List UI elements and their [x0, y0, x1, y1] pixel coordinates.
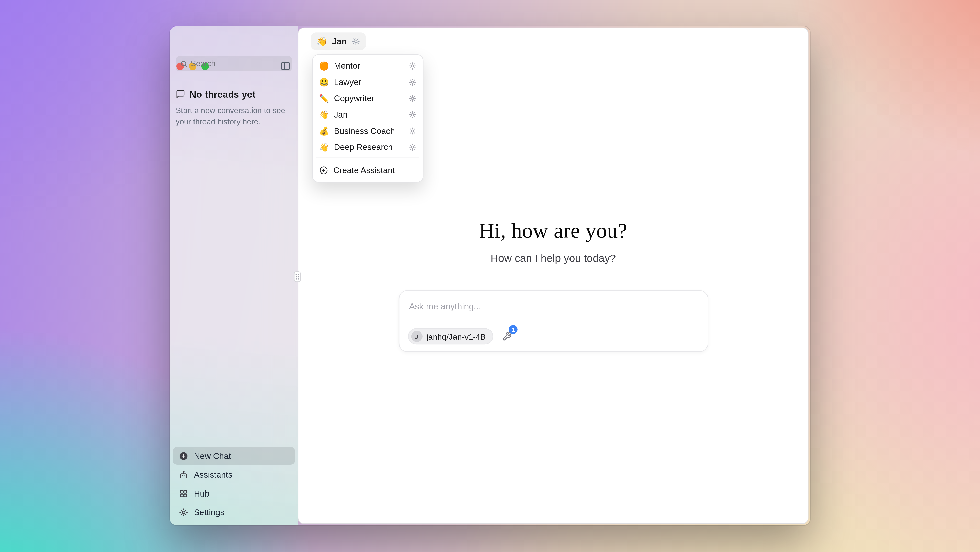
empty-state-title: No threads yet — [189, 89, 255, 99]
assistant-emoji: 🟠 — [319, 62, 329, 70]
nav-label: Hub — [194, 488, 209, 498]
sidebar-item-hub[interactable]: Hub — [173, 485, 295, 502]
assistant-menu-item-deep-research[interactable]: 👋 Deep Research — [315, 139, 420, 155]
assistant-settings-icon[interactable] — [409, 110, 417, 119]
create-assistant-button[interactable]: Create Assistant — [315, 161, 420, 180]
model-name: janhq/Jan-v1-4B — [426, 332, 486, 341]
welcome-subtitle: How can I help you today? — [298, 253, 808, 265]
tools-button[interactable]: 1 — [502, 331, 512, 341]
gear-icon[interactable] — [351, 37, 360, 46]
plus-circle-outline-icon — [319, 165, 328, 175]
assistant-menu-item-jan[interactable]: 👋 Jan — [315, 106, 420, 122]
empty-state-description: Start a new conversation to see your thr… — [176, 105, 290, 128]
assistant-emoji: 👋 — [319, 110, 329, 119]
sidebar-item-assistants[interactable]: Assistants — [173, 466, 295, 484]
nav-label: Assistants — [194, 470, 232, 479]
assistant-menu-item-lawyer[interactable]: 🤐 Lawyer — [315, 74, 420, 90]
chat-panel: 👋 Jan 🟠 Mentor — [298, 28, 809, 524]
desktop-background: No threads yet Start a new conversation … — [0, 0, 980, 552]
menu-divider — [317, 157, 419, 158]
assistant-settings-icon[interactable] — [409, 94, 417, 102]
tools-count-badge: 1 — [509, 325, 518, 334]
gear-icon — [179, 507, 188, 517]
assistant-emoji: ✏️ — [319, 94, 329, 102]
sidebar-resize-handle[interactable] — [294, 271, 301, 282]
threads-empty-state: No threads yet Start a new conversation … — [176, 89, 290, 127]
composer-toolbar: J janhq/Jan-v1-4B 1 — [408, 328, 512, 345]
desktop-gradient: No threads yet Start a new conversation … — [0, 0, 980, 552]
search-icon — [180, 60, 188, 67]
assistant-emoji: 👋 — [317, 37, 328, 46]
assistant-menu-item-mentor[interactable]: 🟠 Mentor — [315, 57, 420, 74]
nav-label: New Chat — [194, 451, 231, 461]
assistant-settings-icon[interactable] — [409, 62, 417, 70]
assistant-switcher[interactable]: 👋 Jan — [311, 32, 366, 50]
sidebar-nav: New Chat Assistants Hub — [173, 447, 295, 521]
assistant-name: Jan — [332, 36, 347, 46]
search-box[interactable] — [176, 56, 292, 71]
sidebar: No threads yet Start a new conversation … — [170, 26, 298, 525]
assistant-menu: 🟠 Mentor 🤐 Lawyer ✏️ — [312, 54, 423, 183]
assistant-emoji: 🤐 — [319, 78, 329, 86]
assistant-settings-icon[interactable] — [409, 78, 417, 86]
model-avatar: J — [411, 331, 422, 342]
app-window: No threads yet Start a new conversation … — [170, 26, 810, 525]
chat-composer: J janhq/Jan-v1-4B 1 — [398, 290, 708, 352]
sidebar-item-new-chat[interactable]: New Chat — [173, 447, 295, 465]
assistant-settings-icon[interactable] — [409, 127, 417, 135]
model-selector[interactable]: J janhq/Jan-v1-4B — [408, 328, 493, 345]
assistant-menu-item-business-coach[interactable]: 💰 Business Coach — [315, 122, 420, 139]
nav-label: Settings — [194, 507, 224, 517]
welcome-title: Hi, how are you? — [298, 219, 808, 242]
hub-grid-icon — [179, 488, 188, 498]
search-input[interactable] — [191, 59, 288, 68]
assistant-bot-icon — [179, 470, 188, 479]
assistant-menu-item-copywriter[interactable]: ✏️ Copywriter — [315, 90, 420, 106]
assistant-emoji: 👋 — [319, 143, 329, 151]
assistant-emoji: 💰 — [319, 127, 329, 135]
welcome-block: Hi, how are you? How can I help you toda… — [298, 219, 808, 265]
sidebar-item-settings[interactable]: Settings — [173, 503, 295, 521]
grip-dots-icon — [295, 273, 299, 280]
message-square-icon — [176, 89, 185, 99]
plus-circle-icon — [179, 451, 188, 461]
chat-input[interactable] — [409, 301, 697, 311]
assistant-settings-icon[interactable] — [409, 143, 417, 151]
